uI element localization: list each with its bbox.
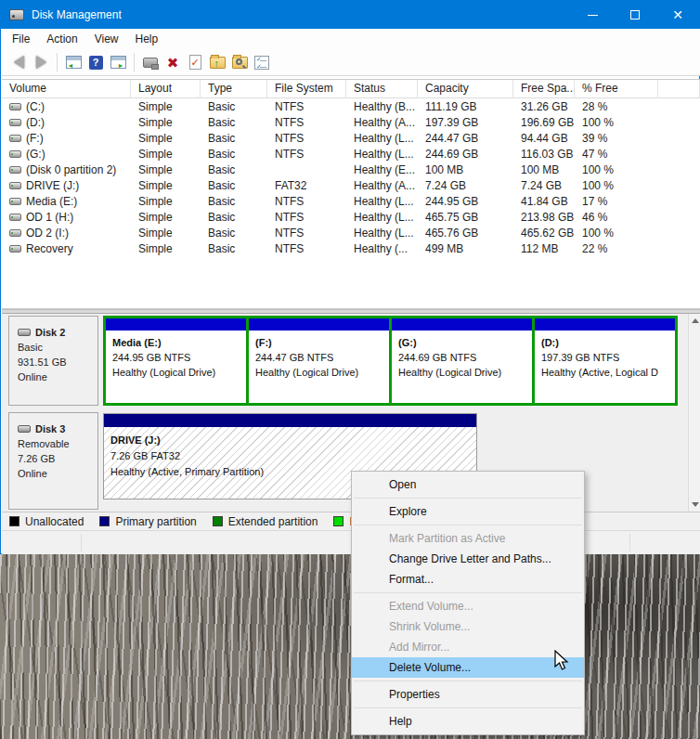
volume-icon <box>9 135 21 142</box>
context-menu-item-properties[interactable]: Properties <box>352 684 584 705</box>
scroll-down-icon[interactable] <box>692 502 699 507</box>
back-button[interactable] <box>7 51 30 73</box>
open-folder-button[interactable]: ↑ <box>206 51 228 73</box>
legend-color-swatch <box>333 516 344 526</box>
help-button[interactable]: ? <box>84 51 107 73</box>
checklist-icon <box>254 56 269 70</box>
scroll-up-icon[interactable] <box>692 318 699 323</box>
context-menu-item-open[interactable]: Open <box>352 474 584 495</box>
partition-health: Healthy (Logical Drive) <box>398 365 532 380</box>
table-cell: Basic <box>201 195 267 208</box>
column-header[interactable]: Capacity <box>418 80 513 98</box>
statusbar-divider <box>81 534 82 551</box>
context-menu-item-delete-volume[interactable]: Delete Volume... <box>352 657 584 678</box>
disk3-info-panel[interactable]: Disk 3 Removable 7.26 GB Online <box>8 412 98 510</box>
table-cell: Basic <box>201 100 267 113</box>
partition-box[interactable]: (F:)244.47 GB NTFSHealthy (Logical Drive… <box>249 318 389 403</box>
table-cell: Simple <box>131 242 201 255</box>
folder-up-icon: ↑ <box>210 57 226 69</box>
menu-view[interactable]: View <box>86 30 127 48</box>
maximize-icon <box>630 10 640 19</box>
disk2-info-panel[interactable]: Disk 2 Basic 931.51 GB Online <box>8 316 98 406</box>
maximize-button[interactable] <box>614 1 656 29</box>
context-menu: OpenExploreMark Partition as ActiveChang… <box>351 471 585 735</box>
partition-health: Healthy (Active, Logical D <box>541 365 675 380</box>
find-folder-button[interactable] <box>228 51 251 73</box>
disk3-size: 7.26 GB <box>18 451 97 466</box>
menu-separator <box>354 592 582 593</box>
context-menu-item-explore[interactable]: Explore <box>352 501 584 522</box>
disk2-size: 931.51 GB <box>18 355 97 370</box>
volume-icon <box>9 103 21 110</box>
show-action-pane-button[interactable]: ► <box>107 51 129 73</box>
vertical-scrollbar[interactable] <box>688 314 700 512</box>
table-row[interactable]: Media (E:)SimpleBasicNTFSHealthy (L...24… <box>2 193 700 209</box>
table-row[interactable]: (D:)SimpleBasicNTFSHealthy (A...197.39 G… <box>2 114 700 130</box>
table-row[interactable]: (Disk 0 partition 2)SimpleBasicHealthy (… <box>2 162 700 177</box>
table-row[interactable]: DRIVE (J:)SimpleBasicFAT32Healthy (A...7… <box>2 177 700 193</box>
column-header[interactable]: Status <box>346 80 418 98</box>
table-cell: Simple <box>131 116 201 129</box>
titlebar[interactable]: Disk Management ✕ <box>1 1 699 29</box>
properties-tool-button[interactable] <box>139 51 162 73</box>
table-cell: Simple <box>131 195 201 208</box>
validate-button[interactable] <box>184 51 206 73</box>
context-menu-item-extend-volume: Extend Volume... <box>352 596 584 616</box>
mouse-cursor <box>553 650 570 676</box>
table-cell: 244.47 GB <box>418 132 513 145</box>
table-row[interactable]: (C:)SimpleBasicNTFSHealthy (B...111.19 G… <box>2 98 700 114</box>
table-row[interactable]: OD 1 (H:)SimpleBasicNTFSHealthy (L...465… <box>2 209 700 225</box>
menu-action[interactable]: Action <box>38 30 85 48</box>
partition-box[interactable]: Media (E:)244.95 GB NTFSHealthy (Logical… <box>106 318 246 403</box>
partition-size: 197.39 GB NTFS <box>541 350 675 365</box>
minimize-button[interactable] <box>571 1 614 29</box>
legend-color-swatch <box>213 516 223 526</box>
column-header-filler <box>658 80 700 98</box>
legend-label: Extended partition <box>228 515 318 528</box>
volume-icon <box>9 229 21 237</box>
table-cell: Simple <box>131 148 201 161</box>
back-icon <box>14 56 24 69</box>
table-cell: 196.69 GB <box>513 116 575 129</box>
disk2-name: Disk 2 <box>35 325 65 340</box>
table-cell: Basic <box>201 116 267 129</box>
table-cell: NTFS <box>267 242 346 255</box>
legend-item: Unallocated <box>9 515 84 528</box>
folder-search-icon <box>232 57 248 69</box>
partition-box[interactable]: (G:)244.69 GB NTFSHealthy (Logical Drive… <box>392 318 532 403</box>
table-row[interactable]: OD 2 (I:)SimpleBasicNTFSHealthy (L...465… <box>2 225 700 240</box>
disk2-status: Online <box>18 370 97 384</box>
context-menu-item-help[interactable]: Help <box>352 711 584 732</box>
desktop-wallpaper <box>0 553 700 739</box>
minimize-icon <box>588 15 598 16</box>
table-cell: 111.19 GB <box>418 100 513 113</box>
table-cell: 213.98 GB <box>513 211 575 224</box>
column-header[interactable]: Free Spa... <box>513 80 575 98</box>
table-cell: Healthy (L... <box>346 211 418 224</box>
column-header[interactable]: File System <box>267 80 346 98</box>
close-button[interactable]: ✕ <box>656 1 699 29</box>
show-console-tree-button[interactable]: ◄ <box>62 51 84 73</box>
column-header[interactable]: Type <box>201 80 267 98</box>
table-cell: Healthy (L... <box>346 195 418 208</box>
context-menu-item-format[interactable]: Format... <box>352 569 584 590</box>
checklist-button[interactable] <box>251 51 273 73</box>
column-header[interactable]: Volume <box>2 80 131 98</box>
table-row[interactable]: RecoverySimpleBasicNTFSHealthy (...499 M… <box>2 240 700 256</box>
partition-box[interactable]: (D:)197.39 GB NTFSHealthy (Active, Logic… <box>535 318 675 403</box>
table-cell: 244.69 GB <box>418 148 513 161</box>
table-row[interactable]: (F:)SimpleBasicNTFSHealthy (L...244.47 G… <box>2 130 700 146</box>
table-row[interactable]: (G:)SimpleBasicNTFSHealthy (L...244.69 G… <box>2 146 700 162</box>
menu-file[interactable]: File <box>4 30 38 48</box>
table-cell: Healthy (L... <box>346 132 418 145</box>
table-cell: NTFS <box>267 211 346 224</box>
column-header[interactable]: Layout <box>131 80 201 98</box>
toolbar: ◄ ? ► ✖ ↑ <box>2 49 700 76</box>
delete-button[interactable]: ✖ <box>162 51 184 73</box>
forward-button[interactable] <box>30 51 52 73</box>
menu-help[interactable]: Help <box>127 30 167 48</box>
help-icon: ? <box>89 56 103 70</box>
context-menu-item-change-drive-letter-and-paths[interactable]: Change Drive Letter and Paths... <box>352 549 584 569</box>
table-cell: 22 % <box>575 242 658 255</box>
column-header[interactable]: % Free <box>575 80 658 98</box>
